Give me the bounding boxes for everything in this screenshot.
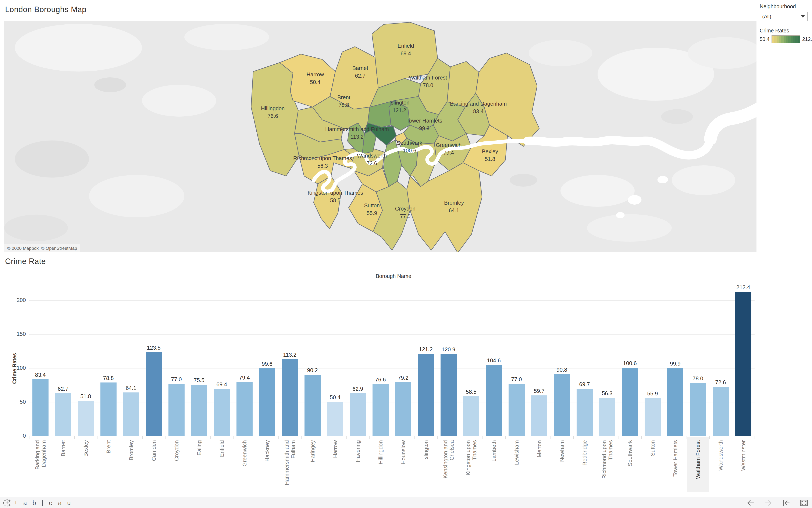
bar[interactable] [713, 387, 729, 436]
gridline [29, 300, 755, 301]
axis-tick [369, 436, 369, 439]
bar[interactable] [599, 398, 615, 436]
bar[interactable] [690, 383, 706, 436]
map-borough-label: Greenwich [436, 142, 462, 148]
legend-step [783, 36, 786, 43]
bar[interactable] [508, 384, 525, 436]
bar[interactable] [78, 401, 94, 436]
bar-value-label: 113.2 [275, 351, 305, 358]
neighbourhood-dropdown[interactable]: (All) [760, 12, 808, 21]
bar[interactable] [463, 396, 479, 436]
x-tick-label: Barking and [34, 440, 41, 470]
bar[interactable] [531, 395, 547, 436]
axis-tick [641, 436, 642, 439]
fullscreen-icon[interactable] [800, 499, 808, 507]
bar-value-label: 69.4 [207, 381, 237, 388]
axis-tick [596, 436, 596, 439]
bar[interactable] [123, 392, 139, 436]
map-borough-label: Bexley [482, 149, 498, 154]
dropdown-value: (All) [760, 13, 801, 19]
x-tick-label: Bexley [83, 440, 89, 457]
tableau-wordmark: + a b | e a u [14, 499, 73, 507]
axis-tick [528, 436, 528, 439]
bar[interactable] [554, 374, 570, 436]
map-borough-label: Islington [390, 100, 410, 105]
color-legend[interactable]: 50.4 212.4 [760, 35, 812, 43]
bar[interactable] [372, 384, 389, 436]
legend-step [777, 36, 779, 43]
arrow-to-start-icon[interactable] [782, 499, 791, 507]
map-borough-value: 76.6 [268, 113, 278, 119]
map-borough-label: Waltham Forest [409, 75, 447, 81]
legend-step [791, 36, 793, 43]
bar[interactable] [33, 379, 48, 436]
bar[interactable] [191, 385, 207, 436]
x-tick-label: Islington [423, 440, 429, 461]
bar[interactable] [259, 368, 275, 436]
x-tick-label: Wandsworth [718, 440, 724, 471]
axis-tick [505, 436, 506, 439]
gridline [29, 368, 755, 369]
bar[interactable] [327, 402, 343, 436]
bar[interactable] [395, 382, 411, 436]
map-borough-label: Brent [337, 94, 350, 100]
map-borough-label: Wandsworth [357, 153, 387, 159]
bar-value-label: 64.1 [116, 385, 146, 391]
x-tick-label: Enfield [219, 440, 225, 457]
bar[interactable] [305, 375, 321, 436]
axis-tick [256, 436, 256, 439]
map-borough-value: 58.5 [330, 198, 341, 203]
map-borough-label: Harrow [306, 72, 324, 77]
tableau-logo[interactable]: + a b | e a u [3, 499, 73, 507]
bar-value-label: 50.4 [320, 394, 350, 401]
axis-tick [52, 436, 52, 439]
map-borough-label: Richmond upon Thames [293, 155, 352, 161]
axis-tick [233, 436, 233, 439]
bar[interactable] [735, 292, 752, 436]
map-borough-value: 79.4 [444, 150, 454, 156]
map-borough-label: Bromley [444, 200, 464, 206]
london-boroughs-map[interactable]: Hillingdon76.6Harrow50.4Barnet62.7Enfiel… [4, 21, 757, 252]
bar[interactable] [486, 365, 502, 436]
bar[interactable] [418, 354, 434, 436]
bar[interactable] [100, 382, 117, 436]
axis-tick [165, 436, 166, 439]
map-borough-value: 55.9 [367, 210, 377, 216]
x-tick-label: Croydon [173, 440, 180, 461]
map-borough-value: 77.0 [400, 213, 411, 219]
bar[interactable] [169, 384, 185, 436]
bar[interactable] [577, 389, 593, 436]
axis-tick [142, 436, 143, 439]
axis-tick [414, 436, 415, 439]
bar[interactable] [350, 393, 366, 436]
map-borough-label: Kingston upon Thames [308, 190, 363, 196]
bar[interactable] [214, 389, 230, 436]
bar[interactable] [236, 382, 253, 436]
bar-value-label: 62.7 [48, 386, 78, 392]
map-borough-value: 56.3 [317, 163, 328, 169]
bar-value-label: 69.7 [570, 381, 599, 388]
x-tick-label: Lambeth [491, 440, 497, 462]
bar[interactable] [645, 398, 661, 436]
bar[interactable] [667, 368, 683, 436]
gridline [29, 334, 755, 335]
arrow-left-icon[interactable] [746, 499, 755, 507]
x-tick-label: Havering [355, 440, 361, 462]
bar[interactable] [441, 354, 457, 436]
axis-tick [324, 436, 324, 439]
bar[interactable] [622, 368, 638, 436]
x-tick-label: Newham [559, 440, 565, 462]
bar[interactable] [55, 393, 71, 436]
legend-min: 50.4 [760, 36, 770, 42]
bar[interactable] [146, 352, 162, 436]
map-borough-label: Enfield [398, 43, 414, 49]
x-tick-label: Richmond upon [601, 440, 607, 479]
bar-value-label: 120.9 [434, 346, 463, 353]
bar-value-label: 99.6 [253, 361, 282, 367]
chart-title: Crime Rate [5, 257, 46, 266]
bar-value-label: 90.8 [547, 367, 577, 373]
bar[interactable] [282, 359, 298, 436]
axis-tick [188, 436, 188, 439]
x-tick-label: Waltham Forest [695, 440, 701, 479]
axis-tick [732, 436, 732, 439]
